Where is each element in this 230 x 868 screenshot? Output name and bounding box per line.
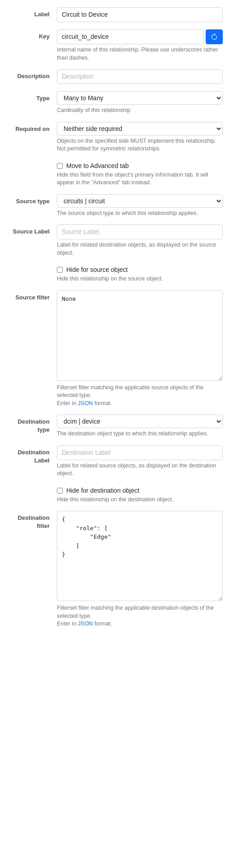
label-field-content	[57, 7, 223, 22]
destination-filter-help-text: Filterset filter matching the applicable…	[57, 604, 223, 628]
label-input[interactable]	[57, 7, 223, 22]
destination-filter-help-json-suffix: format.	[93, 621, 112, 627]
source-label-field-label: Source Label	[7, 224, 57, 236]
source-filter-help-json-prefix: Enter in	[57, 400, 78, 406]
hide-source-content: Hide for source object Hide this relatio…	[57, 264, 223, 283]
destination-filter-row: Destinationfilter { "role": [ "Edge" ] }…	[0, 511, 230, 628]
advanced-tab-checkbox[interactable]	[57, 163, 63, 169]
destination-label-content: Label for related source objects, as dis…	[57, 445, 223, 478]
advanced-tab-content: Move to Advanced tab Hide this field fro…	[57, 160, 223, 187]
label-field-label: Label	[7, 7, 57, 19]
hide-source-row: Hide for source object Hide this relatio…	[0, 264, 230, 283]
source-type-label: Source type	[7, 194, 57, 205]
source-label-input[interactable]	[57, 224, 223, 239]
description-row: Description	[0, 69, 230, 84]
source-label-row: Source Label Label for related destinati…	[0, 224, 230, 257]
hide-destination-row: Hide for destination object Hide this re…	[0, 485, 230, 504]
destination-filter-help-prefix: Filterset filter matching the applicable…	[57, 605, 214, 619]
source-filter-help-json-suffix: format.	[93, 400, 112, 406]
hide-source-label-spacer	[7, 264, 57, 267]
source-filter-json-link[interactable]: JSON	[78, 400, 93, 406]
required-on-select[interactable]: Neither side required Source Destination…	[57, 122, 223, 135]
key-row: Key Internal name of this relationship. …	[0, 29, 230, 62]
source-type-help-text: The source object type to which this rel…	[57, 210, 223, 218]
type-field-content: Many to Many One to Many One to One Card…	[57, 91, 223, 115]
advanced-tab-help-text: Hide this field from the object's primar…	[57, 171, 223, 187]
source-type-row: Source type circuits | circuit The sourc…	[0, 194, 230, 218]
source-filter-help-text: Filterset filter matching the applicable…	[57, 384, 223, 408]
hide-destination-help-text: Hide this relationship on the destinatio…	[57, 496, 223, 504]
key-input[interactable]	[57, 29, 204, 44]
advanced-tab-checkbox-label[interactable]: Move to Advanced tab	[66, 162, 129, 169]
hide-destination-content: Hide for destination object Hide this re…	[57, 485, 223, 504]
advanced-tab-label-spacer	[7, 160, 57, 163]
type-select[interactable]: Many to Many One to Many One to One	[57, 91, 223, 105]
description-field-content	[57, 69, 223, 84]
source-label-content: Label for related destination objects, a…	[57, 224, 223, 257]
description-field-label: Description	[7, 69, 57, 80]
source-filter-content: None Filterset filter matching the appli…	[57, 290, 223, 408]
destination-filter-content: { "role": [ "Edge" ] } Filterset filter …	[57, 511, 223, 628]
destination-label-input[interactable]	[57, 445, 223, 460]
destination-type-label: Destinationtype	[7, 415, 57, 434]
hide-source-checkbox[interactable]	[57, 267, 63, 273]
source-type-content: circuits | circuit The source object typ…	[57, 194, 223, 218]
required-on-row: Required on Neither side required Source…	[0, 122, 230, 153]
key-field-content: Internal name of this relationship. Plea…	[57, 29, 223, 62]
destination-label-row: DestinationLabel Label for related sourc…	[0, 445, 230, 478]
source-type-select[interactable]: circuits | circuit	[57, 194, 223, 208]
destination-type-select[interactable]: dcim | device	[57, 415, 223, 428]
hide-destination-checkbox-row: Hide for destination object	[57, 487, 223, 494]
hide-destination-checkbox[interactable]	[57, 488, 63, 494]
form-container: Label Key Internal name of this relation…	[0, 0, 230, 643]
type-help-text: Cardinality of this relationship	[57, 107, 223, 115]
required-on-help-text: Objects on the specified side MUST imple…	[57, 137, 223, 153]
destination-filter-json-link[interactable]: JSON	[78, 621, 93, 627]
source-filter-textarea[interactable]: None	[57, 290, 223, 381]
required-on-content: Neither side required Source Destination…	[57, 122, 223, 153]
destination-filter-textarea[interactable]: { "role": [ "Edge" ] }	[57, 511, 223, 601]
hide-source-help-text: Hide this relationship on the source obj…	[57, 275, 223, 283]
destination-label-field-label: DestinationLabel	[7, 445, 57, 465]
label-row: Label	[0, 7, 230, 22]
advanced-tab-row: Move to Advanced tab Hide this field fro…	[0, 160, 230, 187]
hide-destination-checkbox-label[interactable]: Hide for destination object	[66, 487, 139, 494]
destination-filter-help-json-prefix: Enter in	[57, 621, 78, 627]
destination-label-help-text: Label for related source objects, as dis…	[57, 462, 223, 478]
key-input-group	[57, 29, 223, 44]
type-field-label: Type	[7, 91, 57, 103]
hide-source-checkbox-label[interactable]: Hide for source object	[66, 266, 128, 273]
destination-filter-label: Destinationfilter	[7, 511, 57, 530]
source-label-help-text: Label for related destination objects, a…	[57, 241, 223, 257]
source-filter-row: Source filter None Filterset filter matc…	[0, 290, 230, 408]
description-input[interactable]	[57, 69, 223, 84]
key-field-label: Key	[7, 29, 57, 41]
required-on-label: Required on	[7, 122, 57, 133]
key-refresh-button[interactable]	[206, 29, 223, 44]
advanced-tab-checkbox-row: Move to Advanced tab	[57, 162, 223, 169]
refresh-icon	[211, 33, 218, 41]
key-help-text: Internal name of this relationship. Plea…	[57, 46, 223, 62]
hide-source-checkbox-row: Hide for source object	[57, 266, 223, 273]
source-filter-help-prefix: Filterset filter matching the applicable…	[57, 384, 203, 399]
source-filter-label: Source filter	[7, 290, 57, 302]
destination-type-row: Destinationtype dcim | device The destin…	[0, 415, 230, 438]
destination-type-content: dcim | device The destination object typ…	[57, 415, 223, 438]
type-row: Type Many to Many One to Many One to One…	[0, 91, 230, 115]
destination-type-help-text: The destination object type to which thi…	[57, 430, 223, 438]
hide-destination-label-spacer	[7, 485, 57, 488]
